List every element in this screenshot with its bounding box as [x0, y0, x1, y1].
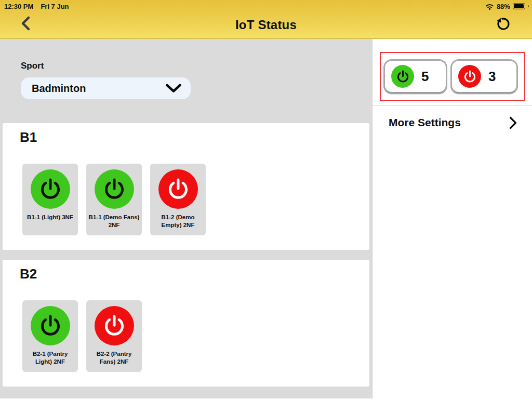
- back-button[interactable]: [19, 14, 35, 33]
- device-tile[interactable]: B1-1 (Demo Fans) 2NF: [86, 164, 142, 235]
- status-left: 12:30 PM Fri 7 Jun: [4, 3, 69, 10]
- refresh-icon: [495, 16, 512, 32]
- chevron-down-icon: [165, 84, 182, 94]
- section-title: B1: [20, 129, 369, 145]
- device-label: B1-1 (Demo Fans) 2NF: [89, 214, 140, 229]
- battery-icon: [513, 3, 525, 9]
- device-power-button[interactable]: [31, 169, 70, 209]
- device-label: B1-1 (Light) 3NF: [25, 214, 76, 221]
- device-panel: Sport Badminton B1 B1-1 (Light) 3NF: [0, 39, 373, 398]
- power-icon-slot: [396, 70, 410, 84]
- device-row: B2-1 (Pantry Light) 2NF B2-2 (Pantry Fan…: [20, 300, 369, 372]
- sport-filter: Sport Badminton: [0, 39, 372, 99]
- power-on-badge: [391, 65, 414, 88]
- off-count: 3: [488, 69, 496, 85]
- status-right: 88%: [485, 3, 529, 10]
- power-icon-slot: [38, 177, 62, 201]
- device-power-button[interactable]: [31, 306, 70, 345]
- more-settings-item[interactable]: More Settings: [373, 105, 532, 140]
- device-tile[interactable]: B2-1 (Pantry Light) 2NF: [22, 300, 78, 372]
- section-title: B2: [20, 266, 369, 282]
- device-label: B1-2 (Demo Empty) 2NF: [153, 214, 204, 229]
- sport-dropdown[interactable]: Badminton: [21, 77, 191, 99]
- sections: B1 B1-1 (Light) 3NF B1-1 (Demo Fans) 2NF…: [0, 123, 372, 387]
- power-off-badge: [458, 65, 481, 88]
- power-icon-slot: [102, 314, 126, 338]
- devices-off-summary-button[interactable]: 3: [450, 59, 518, 94]
- chevron-left-icon: [19, 16, 32, 31]
- device-label: B2-1 (Pantry Light) 2NF: [25, 350, 76, 366]
- power-icon-slot: [38, 314, 62, 338]
- iot-status-screen: 12:30 PM Fri 7 Jun 88% IoT Status: [0, 0, 532, 399]
- device-tile[interactable]: B1-1 (Light) 3NF: [22, 164, 78, 235]
- page-body: Sport Badminton B1 B1-1 (Light) 3NF: [0, 39, 532, 398]
- power-icon: [463, 70, 477, 84]
- sport-dropdown-value: Badminton: [32, 83, 86, 95]
- clock-date: Fri 7 Jun: [41, 3, 69, 10]
- battery-percent: 88%: [497, 3, 510, 10]
- app-header: 12:30 PM Fri 7 Jun 88% IoT Status: [0, 0, 532, 39]
- on-count: 5: [421, 69, 429, 85]
- page-title: IoT Status: [235, 18, 297, 32]
- wifi-icon: [485, 3, 494, 10]
- zone-card: B2 B2-1 (Pantry Light) 2NF B2-2 (Pantry …: [3, 260, 369, 387]
- refresh-button[interactable]: [494, 14, 513, 34]
- device-power-button[interactable]: [95, 306, 134, 345]
- battery-nub: [528, 5, 529, 8]
- more-settings-label: More Settings: [389, 116, 461, 129]
- device-tile[interactable]: B1-2 (Demo Empty) 2NF: [150, 164, 206, 235]
- power-icon: [38, 177, 62, 201]
- power-icon: [396, 70, 410, 84]
- clock-time: 12:30 PM: [4, 3, 33, 10]
- device-label: B2-2 (Pantry Fans) 2NF: [89, 350, 140, 366]
- power-icon: [38, 314, 62, 338]
- power-icon: [166, 177, 190, 201]
- device-row: B1-1 (Light) 3NF B1-1 (Demo Fans) 2NF B1…: [20, 164, 369, 235]
- device-power-button[interactable]: [95, 169, 134, 209]
- chevron-right-icon: [509, 116, 517, 130]
- zone-card: B1 B1-1 (Light) 3NF B1-1 (Demo Fans) 2NF…: [3, 123, 369, 250]
- devices-on-summary-button[interactable]: 5: [383, 59, 447, 94]
- device-tile[interactable]: B2-2 (Pantry Fans) 2NF: [86, 300, 142, 372]
- power-icon: [102, 177, 126, 201]
- sidebar-divider-bottom: [381, 140, 532, 140]
- sport-label: Sport: [21, 61, 372, 71]
- power-icon-slot: [166, 177, 190, 201]
- power-icon-slot: [102, 177, 126, 201]
- settings-sidebar: 5 3 More Settings: [373, 39, 532, 398]
- status-summary-annotation-box: 5 3: [380, 52, 525, 101]
- status-bar: 12:30 PM Fri 7 Jun 88%: [0, 0, 532, 11]
- device-power-button[interactable]: [158, 169, 198, 209]
- power-icon-slot: [463, 70, 477, 84]
- power-icon: [102, 314, 126, 338]
- navigation-bar: IoT Status: [0, 11, 532, 38]
